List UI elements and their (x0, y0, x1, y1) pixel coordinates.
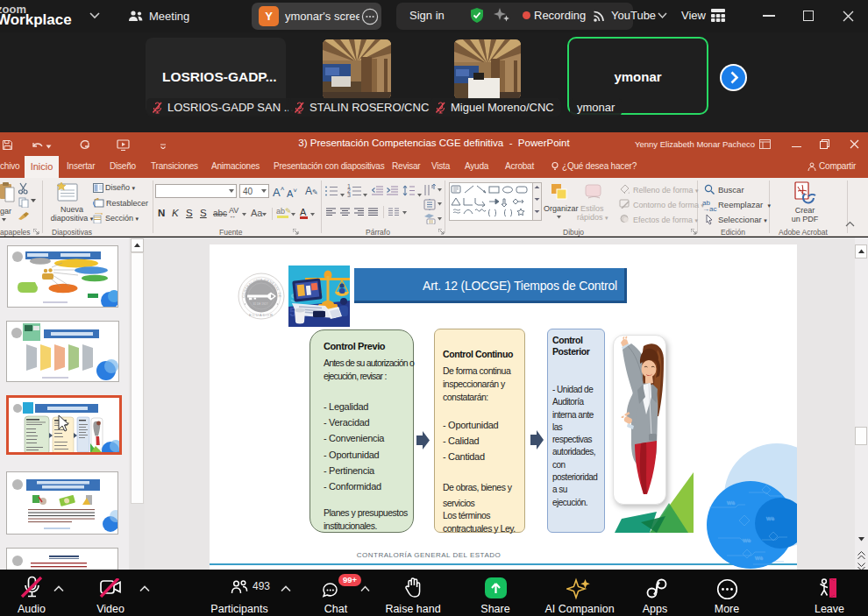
svg-text:31 DE 1927: 31 DE 1927 (253, 302, 268, 306)
svg-text:Wè: Wè (755, 556, 764, 561)
svg-text:ECUADOR: ECUADOR (249, 313, 274, 317)
svg-text:Wè: Wè (766, 516, 775, 521)
svg-text:Wè: Wè (727, 500, 736, 506)
svg-text:Wè: Wè (743, 538, 751, 543)
